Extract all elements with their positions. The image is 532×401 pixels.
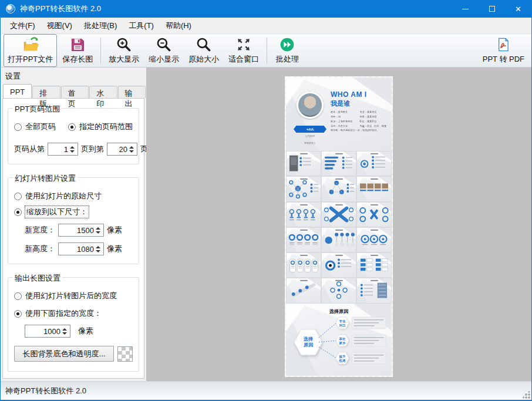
hero-title: WHO AM I 我是谁: [331, 90, 367, 108]
slide-thumbnail-4: [286, 176, 321, 201]
ppt-to-pdf-label: PPT 转 PDF: [483, 54, 524, 65]
zoom-in-label: 放大显示: [109, 54, 139, 65]
menu-item-0[interactable]: 文件(F): [4, 18, 41, 33]
hero-info-row: 座右铭：每天感动自己一次，做最好的自己。: [331, 129, 389, 132]
status-text: 神奇PPT转长图软件 2.0: [5, 386, 86, 396]
radio-icon: [68, 123, 76, 131]
radio-icon: [14, 208, 22, 216]
open-ppt-label: 打开PPT文件: [8, 54, 53, 65]
menu-item-2[interactable]: 批处理(B): [78, 18, 123, 33]
radio-icon: [14, 193, 22, 200]
hero-subtitle-line: 公司助理: [299, 134, 321, 138]
zoom-out-label: 缩小显示: [149, 54, 179, 65]
save-long-image-label: 保存长图: [62, 54, 93, 65]
page-range-group: PPT页码范围 全部页码 指定的页码范围 页码从第: [8, 108, 139, 164]
new-width-label: 新宽度：: [25, 225, 55, 235]
new-height-label: 新高度：: [25, 244, 55, 254]
background-color-button[interactable]: 长图背景底色和透明度...: [14, 346, 114, 362]
output-width-spinner: [25, 325, 70, 338]
status-bar: 神奇PPT转长图软件 2.0: [1, 381, 531, 400]
settings-panel: 设置 PPT排版首页水印输出 PPT页码范围 全部页码 指定的页码范围: [1, 68, 146, 381]
menu-item-1[interactable]: 视图(V): [41, 18, 78, 33]
spinner-arrows[interactable]: [96, 224, 102, 237]
transparency-swatch[interactable]: [117, 346, 133, 362]
spinner-arrows[interactable]: [62, 325, 69, 338]
svg-text:选择: 选择: [303, 336, 314, 342]
zoom-out-button[interactable]: 缩小显示: [144, 34, 183, 67]
long-image-preview[interactable]: WHO AM I 我是谁 姓名：英克图文专业：某某专业年龄：20年级：某某年级家…: [285, 76, 393, 377]
all-pages-radio[interactable]: 全部页码: [14, 122, 66, 132]
magnifier-plus-icon: [115, 36, 133, 53]
hero-info: 姓名：英克图文专业：某某专业年龄：20年级：某某年级家乡：上海市嘉定区职位：某某…: [331, 110, 389, 133]
specified-range-radio[interactable]: 指定的页码范围: [68, 122, 133, 132]
slide-thumbnail-9: [356, 202, 392, 227]
use-slide-width-radio[interactable]: 使用幻灯片转图片后的宽度: [14, 291, 133, 301]
close-icon: ✕: [515, 5, 521, 13]
slide-thumbnail-17: [321, 278, 356, 303]
radio-icon: [14, 292, 22, 300]
save-long-image-button[interactable]: 保存长图: [58, 34, 97, 67]
ppt-to-pdf-button[interactable]: PPT 转 PDF: [479, 34, 528, 67]
menu-item-4[interactable]: 帮助(H): [160, 18, 197, 33]
slide-image-legend: 幻灯片转图片设置: [13, 173, 78, 184]
slide-thumbnail-11: [321, 227, 356, 252]
slide-thumbnail-10: [286, 227, 321, 252]
svg-text:对口: 对口: [339, 324, 346, 328]
use-custom-width-radio[interactable]: 使用下面指定的宽度：: [14, 308, 133, 319]
menu-item-3[interactable]: 工具(T): [123, 18, 160, 33]
settings-tabs: PPT排版首页水印输出: [1, 84, 146, 98]
spinner-arrows[interactable]: [70, 143, 76, 156]
slide-thumbnail-grid: [286, 151, 392, 304]
batch-button[interactable]: 批处理: [271, 34, 304, 67]
spinner-arrows[interactable]: [96, 242, 102, 255]
tab-输出[interactable]: 输出: [118, 86, 146, 98]
original-size-radio[interactable]: 使用幻灯片的原始尺寸: [14, 191, 133, 201]
spinner-arrows[interactable]: [129, 143, 136, 156]
tab-首页[interactable]: 首页: [61, 86, 89, 98]
slide-image-group: 幻灯片转图片设置 使用幻灯片的原始尺寸 缩放到以下尺寸： 新宽度：: [8, 177, 139, 264]
toolbar: 打开PPT文件 保存长图: [1, 34, 531, 68]
new-height-spinner: [58, 242, 104, 255]
slide-thumbnail-18: [356, 278, 392, 303]
minimize-button[interactable]: [452, 0, 479, 18]
open-ppt-button[interactable]: 打开PPT文件: [4, 34, 57, 67]
svg-text:机遇: 机遇: [339, 359, 346, 363]
minimize-icon: [462, 9, 469, 9]
toolbar-separator: [267, 38, 267, 63]
slide-thumbnail-13: [286, 252, 321, 278]
magnifier-icon: [195, 36, 213, 53]
reasons-slide: 选择原因 选择原因专业对口靠近家乡提升机遇: [286, 304, 392, 376]
maximize-button[interactable]: [479, 0, 505, 18]
tab-排版[interactable]: 排版: [32, 86, 60, 98]
original-size-label: 原始大小: [188, 54, 219, 65]
expand-arrows-icon: [235, 36, 252, 53]
to-page-label: 页到第: [81, 144, 104, 154]
title-bar: 神奇PPT转长图软件 2.0 ✕: [1, 0, 531, 18]
maximize-icon: [489, 6, 495, 12]
pixel-unit-label: 像素: [107, 225, 122, 235]
fit-window-button[interactable]: 适合窗口: [224, 34, 263, 67]
slide-thumbnail-14: [321, 252, 356, 278]
output-group: 输出长图设置 使用幻灯片转图片后的宽度 使用下面指定的宽度：: [8, 277, 139, 372]
slide-thumbnail-7: [286, 202, 321, 227]
slide-thumbnail-15: [356, 252, 392, 278]
slide-thumbnail-8: [321, 202, 356, 227]
hero-info-row: 年龄：20年级：某某年级: [331, 115, 389, 119]
svg-text:原因: 原因: [303, 342, 313, 348]
resize-grip[interactable]: [523, 391, 530, 399]
page-range-legend: PPT页码范围: [13, 104, 62, 114]
tab-水印[interactable]: 水印: [89, 86, 117, 98]
hero-subtitle-line: 竞聘求职人: [299, 141, 321, 145]
close-button[interactable]: ✕: [505, 0, 531, 18]
tab-PPT[interactable]: PPT: [3, 84, 32, 98]
scale-to-size-radio[interactable]: 缩放到以下尺寸：: [14, 206, 133, 218]
pixel-unit-label: 像素: [107, 244, 122, 254]
preview-area: WHO AM I 我是谁 姓名：英克图文专业：某某专业年龄：20年级：某某年级家…: [146, 68, 531, 381]
pdf-file-icon: [494, 36, 512, 53]
radio-icon: [14, 310, 22, 318]
original-size-button[interactable]: 原始大小: [184, 34, 223, 67]
slide-thumbnail-16: [286, 278, 321, 303]
fast-forward-icon: [278, 36, 296, 53]
svg-text:靠近: 靠近: [339, 337, 346, 341]
zoom-in-button[interactable]: 放大显示: [105, 34, 143, 67]
